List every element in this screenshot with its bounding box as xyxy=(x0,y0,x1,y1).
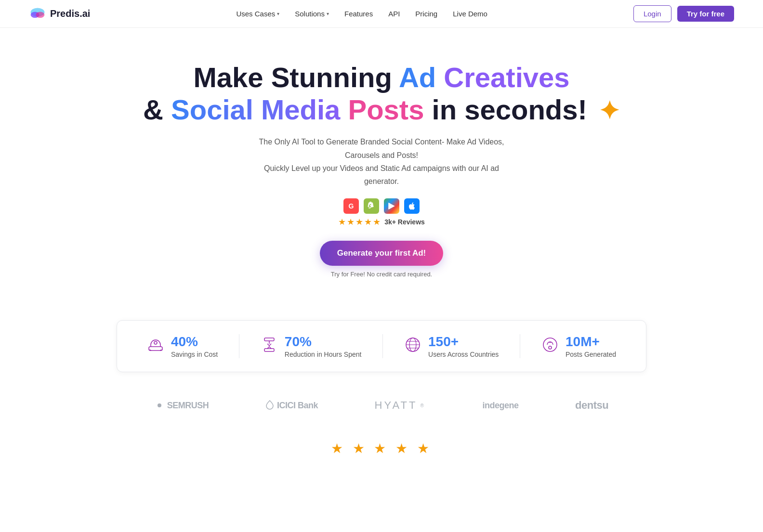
svg-rect-6 xyxy=(264,349,274,351)
users-icon xyxy=(404,336,421,357)
stat-divider-3 xyxy=(520,334,520,358)
g2-icon: G xyxy=(343,198,359,214)
nav-live-demo[interactable]: Live Demo xyxy=(453,10,487,18)
hero-title: Make Stunning Ad Creatives & Social Medi… xyxy=(10,62,753,126)
nav-links: Uses Cases ▾ Solutions ▾ Features API Pr… xyxy=(236,10,487,18)
app-store-icon xyxy=(404,198,420,214)
bottom-stars: ★ ★ ★ ★ ★ xyxy=(0,441,763,476)
indegene-logo: indegene xyxy=(482,401,518,411)
stat-divider-1 xyxy=(239,334,239,358)
navbar: Predis.ai Uses Cases ▾ Solutions ▾ Featu… xyxy=(0,0,763,28)
chevron-down-icon: ▾ xyxy=(327,11,329,16)
try-free-button[interactable]: Try for free xyxy=(677,6,734,22)
stat-savings: 40% Savings in Cost xyxy=(147,334,218,358)
hero-subtitle: The Only AI Tool to Generate Branded Soc… xyxy=(247,135,516,188)
stat-posts-number: 10M+ xyxy=(566,334,616,350)
nav-use-cases[interactable]: Uses Cases ▾ xyxy=(236,10,279,18)
star-rating: ★★★★★ xyxy=(338,217,382,227)
stat-posts-label: Posts Generated xyxy=(566,350,616,358)
stat-users-number: 150+ xyxy=(428,334,499,350)
svg-point-11 xyxy=(158,403,161,407)
logo-text: Predis.ai xyxy=(50,8,90,19)
svg-rect-5 xyxy=(264,338,274,341)
stat-posts: 10M+ Posts Generated xyxy=(541,334,616,358)
svg-point-9 xyxy=(543,338,557,351)
stat-hours-label: Reduction in Hours Spent xyxy=(285,350,362,358)
logo[interactable]: Predis.ai xyxy=(29,5,90,23)
hyatt-logo: HYATT® xyxy=(375,399,426,412)
dentsu-logo: dentsu xyxy=(575,399,608,412)
hero-title-line1: Make Stunning Ad Creatives xyxy=(193,62,569,93)
stat-users-label: Users Across Countries xyxy=(428,350,499,358)
svg-point-2 xyxy=(36,12,44,18)
semrush-logo: SEMRUSH xyxy=(155,401,209,411)
nav-features[interactable]: Features xyxy=(344,10,373,18)
svg-rect-3 xyxy=(149,347,162,350)
nav-actions: Login Try for free xyxy=(633,5,734,22)
chevron-down-icon: ▾ xyxy=(277,11,279,16)
icici-logo: ICICI Bank xyxy=(265,400,318,411)
logos-section: SEMRUSH ICICI Bank HYATT® indegene dents… xyxy=(117,399,646,412)
hero-section: Make Stunning Ad Creatives & Social Medi… xyxy=(0,28,763,297)
hours-icon xyxy=(261,336,278,357)
stat-hours: 70% Reduction in Hours Spent xyxy=(261,334,362,358)
free-note: Try for Free! No credit card required. xyxy=(10,271,753,278)
review-icons: G xyxy=(10,198,753,214)
login-button[interactable]: Login xyxy=(633,5,671,22)
nav-api[interactable]: API xyxy=(388,10,400,18)
stats-bar: 40% Savings in Cost 70% Reduction in Hou… xyxy=(117,320,646,372)
svg-point-10 xyxy=(549,346,552,349)
hero-title-line2: & Social Media Posts in seconds! ✦ xyxy=(143,94,620,125)
generate-ad-button[interactable]: Generate your first Ad! xyxy=(320,241,444,266)
stat-savings-number: 40% xyxy=(171,334,218,350)
stars-row: ★★★★★ 3k+ Reviews xyxy=(10,217,753,227)
svg-point-4 xyxy=(154,341,157,344)
stat-savings-label: Savings in Cost xyxy=(171,350,218,358)
posts-icon xyxy=(541,336,559,357)
google-play-icon xyxy=(384,198,399,214)
nav-solutions[interactable]: Solutions ▾ xyxy=(295,10,329,18)
savings-icon xyxy=(147,336,164,357)
nav-pricing[interactable]: Pricing xyxy=(415,10,437,18)
shopify-icon xyxy=(364,198,379,214)
review-count: 3k+ Reviews xyxy=(384,218,425,226)
stat-divider-2 xyxy=(382,334,383,358)
stat-hours-number: 70% xyxy=(285,334,362,350)
stat-users: 150+ Users Across Countries xyxy=(404,334,499,358)
